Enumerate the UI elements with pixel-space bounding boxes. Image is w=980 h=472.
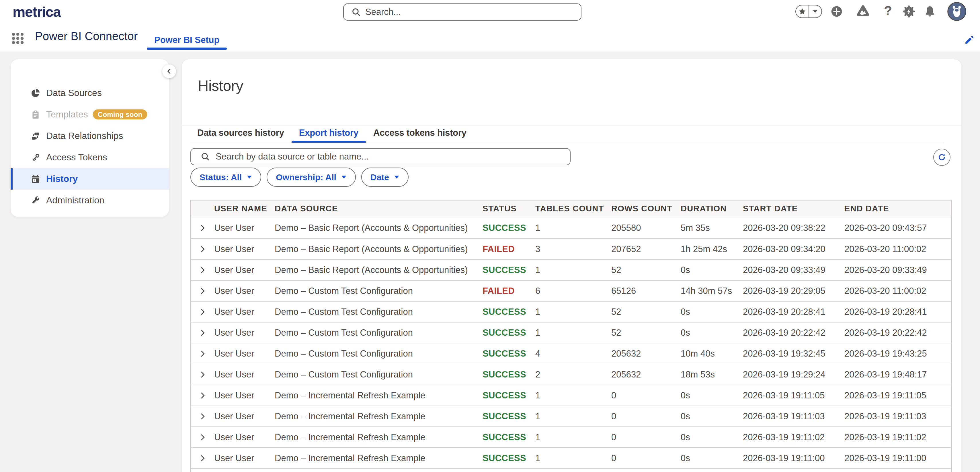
expand-chevron-icon[interactable] — [191, 433, 214, 441]
favorites-star-icon[interactable] — [796, 5, 808, 17]
expand-chevron-icon[interactable] — [191, 245, 214, 253]
table-row[interactable]: User User Demo – Custom Test Configurati… — [191, 364, 951, 385]
cell-start-date: 2026-03-19 19:11:02 — [743, 432, 845, 442]
sidebar-item-history[interactable]: 7 History — [11, 168, 169, 190]
table-search[interactable] — [190, 148, 571, 165]
cell-tables-count: 3 — [535, 244, 611, 254]
sidebar-item-administration[interactable]: Administration — [11, 190, 169, 211]
favorites-control[interactable] — [795, 5, 822, 18]
brand-logo: metrica — [13, 4, 60, 21]
cell-user-name: User User — [214, 369, 275, 380]
favorites-dropdown-icon[interactable] — [808, 5, 822, 17]
cell-tables-count: 1 — [535, 223, 611, 233]
sidebar-item-data-sources[interactable]: Data Sources — [11, 82, 169, 104]
sidebar-item-data-relationships[interactable]: Data Relationships — [11, 125, 169, 147]
global-search[interactable] — [343, 3, 581, 21]
cell-user-name: User User — [214, 348, 275, 359]
data-relationships-icon — [31, 131, 40, 141]
cell-status: FAILED — [482, 244, 535, 254]
cell-user-name: User User — [214, 328, 275, 338]
table-row[interactable]: User User Demo – Custom Test Configurati… — [191, 322, 951, 343]
sidebar-item-templates[interactable]: Templates Coming soon — [11, 104, 169, 125]
tabs-divider — [190, 143, 944, 143]
table-row[interactable]: User User Demo – Basic Report (Accounts … — [191, 259, 951, 280]
nav-tab-power-bi-setup[interactable]: Power BI Setup — [147, 30, 227, 50]
sidebar-item-access-tokens[interactable]: Access Tokens — [11, 147, 169, 168]
coming-soon-badge: Coming soon — [93, 109, 147, 119]
table-row[interactable]: User User Demo – Incremental Refresh Exa… — [191, 385, 951, 405]
tab-export-history[interactable]: Export history — [291, 123, 366, 143]
sidebar-item-label: Data Sources — [46, 88, 102, 98]
cell-data-source: Demo – Custom Test Configuration — [275, 307, 482, 317]
sidebar-item-label: Data Relationships — [46, 131, 123, 141]
expand-chevron-icon[interactable] — [191, 224, 214, 232]
cell-end-date: 2026-03-19 19:43:25 — [845, 348, 951, 359]
table-header-row: USER NAME DATA SOURCE STATUS TABLES COUN… — [191, 201, 951, 217]
app-launcher-waffle-icon[interactable] — [12, 33, 24, 44]
table-row[interactable]: User User Demo – Custom Test Configurati… — [191, 343, 951, 364]
table-row[interactable]: User User Demo – Incremental Refresh Exa… — [191, 426, 951, 447]
edit-pencil-icon[interactable] — [964, 34, 975, 45]
expand-chevron-icon[interactable] — [191, 308, 214, 316]
cell-data-source: Demo – Basic Report (Accounts & Opportun… — [275, 223, 482, 233]
cell-user-name: User User — [214, 286, 275, 296]
help-icon[interactable]: ? — [881, 5, 894, 18]
cell-status: SUCCESS — [482, 432, 535, 442]
cell-status: SUCCESS — [482, 223, 535, 233]
tab-access-tokens-history[interactable]: Access tokens history — [366, 123, 474, 143]
expand-chevron-icon[interactable] — [191, 266, 214, 274]
expand-chevron-icon[interactable] — [191, 287, 214, 295]
cell-duration: 0s — [681, 432, 743, 442]
table-body: User User Demo – Basic Report (Accounts … — [191, 217, 951, 468]
guidance-center-button[interactable] — [856, 5, 870, 18]
table-row[interactable]: User User Demo – Custom Test Configurati… — [191, 301, 951, 322]
table-row[interactable]: User User Demo – Custom Test Configurati… — [191, 280, 951, 301]
cell-start-date: 2026-03-19 19:11:03 — [743, 411, 845, 421]
expand-chevron-icon[interactable] — [191, 454, 214, 462]
col-end-date: END DATE — [845, 204, 951, 213]
col-duration: DURATION — [681, 204, 743, 213]
sidebar-item-label: Administration — [46, 195, 104, 206]
global-search-input[interactable] — [365, 7, 566, 17]
filter-date[interactable]: Date — [361, 168, 409, 187]
expand-chevron-icon[interactable] — [191, 329, 214, 337]
cell-duration: 0s — [681, 390, 743, 401]
cell-rows-count: 205632 — [611, 369, 681, 380]
filter-ownership[interactable]: Ownership: All — [267, 168, 356, 187]
setup-gear-icon[interactable] — [902, 5, 916, 18]
calendar-history-icon: 7 — [31, 174, 40, 184]
cell-start-date: 2026-03-20 09:38:22 — [743, 223, 845, 233]
table-row[interactable]: User User Demo – Incremental Refresh Exa… — [191, 405, 951, 426]
table-row[interactable]: User User Demo – Basic Report (Accounts … — [191, 217, 951, 238]
cell-end-date: 2026-03-20 11:00:02 — [845, 244, 951, 254]
table-row[interactable]: User User Demo – Incremental Refresh Exa… — [191, 447, 951, 468]
notifications-bell-icon[interactable] — [923, 5, 936, 18]
cell-data-source: Demo – Custom Test Configuration — [275, 286, 482, 296]
cell-tables-count: 2 — [535, 369, 611, 380]
cell-tables-count: 1 — [535, 307, 611, 317]
pie-chart-icon — [31, 88, 40, 98]
cell-data-source: Demo – Incremental Refresh Example — [275, 432, 482, 442]
cell-rows-count: 205632 — [611, 348, 681, 359]
col-tables-count: TABLES COUNT — [535, 204, 611, 213]
filter-pills: Status: All Ownership: All Date — [190, 168, 409, 187]
cell-tables-count: 1 — [535, 432, 611, 442]
cell-tables-count: 6 — [535, 286, 611, 296]
tab-data-sources-history[interactable]: Data sources history — [190, 123, 291, 143]
expand-chevron-icon[interactable] — [191, 391, 214, 399]
table-search-input[interactable] — [216, 152, 554, 162]
cell-tables-count: 1 — [535, 411, 611, 421]
global-actions-button[interactable] — [830, 5, 843, 18]
expand-chevron-icon[interactable] — [191, 371, 214, 379]
expand-chevron-icon[interactable] — [191, 350, 214, 358]
user-avatar[interactable] — [947, 2, 966, 21]
expand-chevron-icon[interactable] — [191, 412, 214, 420]
refresh-button[interactable] — [933, 149, 950, 166]
key-icon — [31, 153, 40, 162]
cell-start-date: 2026-03-19 20:29:05 — [743, 286, 845, 296]
cell-user-name: User User — [214, 265, 275, 275]
search-icon — [351, 7, 361, 17]
table-row[interactable]: User User Demo – Basic Report (Accounts … — [191, 238, 951, 259]
sidebar-collapse-button[interactable] — [162, 65, 176, 78]
filter-status[interactable]: Status: All — [190, 168, 261, 187]
